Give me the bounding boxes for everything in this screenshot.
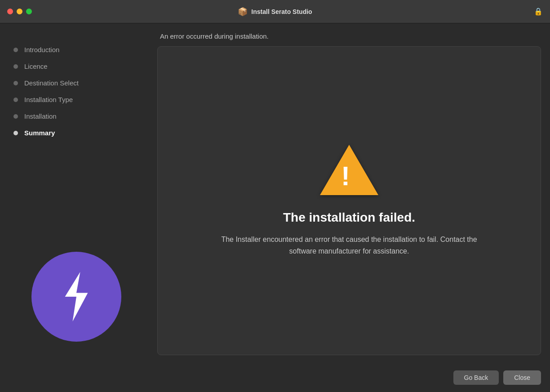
window-title-text: Install Serato Studio xyxy=(251,8,312,15)
step-dot-installation-type xyxy=(13,98,18,102)
error-header: An error occurred during installation. xyxy=(157,32,541,40)
bolt-icon xyxy=(56,272,97,321)
app-icon: 📦 xyxy=(238,7,248,17)
minimize-window-button[interactable] xyxy=(17,9,22,14)
svg-marker-0 xyxy=(65,272,88,321)
close-button[interactable]: Close xyxy=(503,370,541,385)
step-dot-introduction xyxy=(13,48,18,52)
step-dot-installation xyxy=(13,114,18,119)
step-label-summary: Summary xyxy=(24,129,55,137)
step-label-destination-select: Destination Select xyxy=(24,79,79,87)
step-label-introduction: Introduction xyxy=(24,46,59,53)
sidebar-step-summary[interactable]: Summary xyxy=(0,125,153,141)
step-label-licence: Licence xyxy=(24,62,48,70)
bottom-bar: Go Back Close xyxy=(0,364,550,392)
step-dot-summary xyxy=(13,131,18,135)
sidebar-step-licence[interactable]: Licence xyxy=(0,58,153,75)
warning-icon xyxy=(320,145,378,197)
logo-circle xyxy=(31,252,121,342)
fail-description: The Installer encountered an error that … xyxy=(210,234,488,257)
go-back-button[interactable]: Go Back xyxy=(453,370,499,385)
right-panel: An error occurred during installation. T… xyxy=(153,23,550,364)
sidebar-step-introduction[interactable]: Introduction xyxy=(0,41,153,58)
steps-list: IntroductionLicenceDestination SelectIns… xyxy=(0,32,153,243)
titlebar: 📦 Install Serato Studio 🔒 xyxy=(0,0,550,23)
step-dot-licence xyxy=(13,64,18,69)
lock-icon: 🔒 xyxy=(534,7,543,16)
sidebar: IntroductionLicenceDestination SelectIns… xyxy=(0,23,153,364)
window-controls xyxy=(7,9,32,14)
window-title: 📦 Install Serato Studio xyxy=(238,7,312,17)
close-window-button[interactable] xyxy=(7,9,13,14)
sidebar-step-destination-select[interactable]: Destination Select xyxy=(0,75,153,91)
sidebar-step-installation-type[interactable]: Installation Type xyxy=(0,91,153,108)
warning-triangle xyxy=(320,145,378,195)
main-content: IntroductionLicenceDestination SelectIns… xyxy=(0,23,550,364)
maximize-window-button[interactable] xyxy=(26,9,32,14)
sidebar-step-installation[interactable]: Installation xyxy=(0,108,153,125)
content-box: The installation failed. The Installer e… xyxy=(157,46,541,355)
step-label-installation: Installation xyxy=(24,112,57,120)
fail-title: The installation failed. xyxy=(283,210,415,225)
step-dot-destination-select xyxy=(13,81,18,85)
step-label-installation-type: Installation Type xyxy=(24,96,73,103)
app-logo-area xyxy=(0,243,153,355)
